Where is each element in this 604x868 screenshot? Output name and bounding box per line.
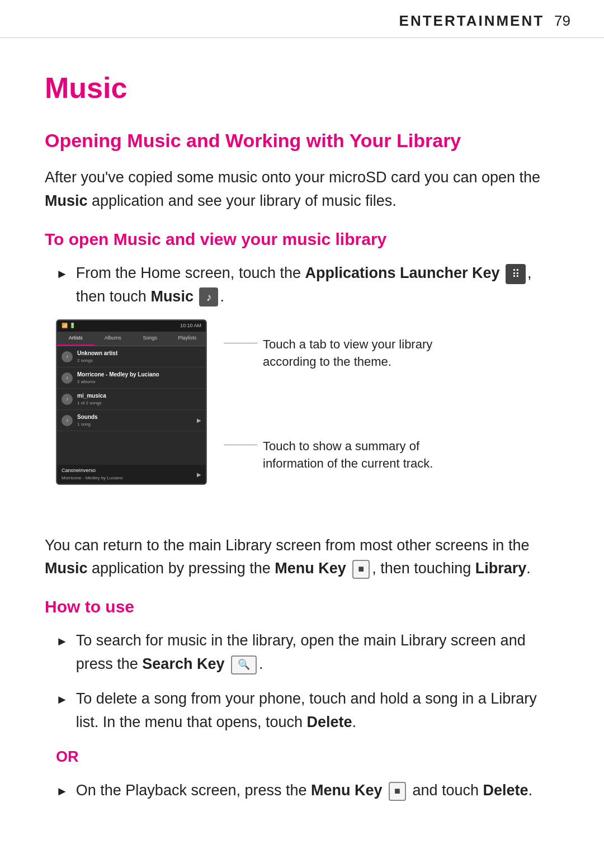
phone-screenshot-wrapper: 📶 🔋 10:10 AM Artists Albums Songs Playli… [56, 319, 559, 517]
bullet-arrow-delete-icon: ► [56, 690, 68, 709]
bold-menu-key-2: Menu Key [311, 782, 383, 799]
phone-list-sub-2: 2 albums [77, 379, 201, 385]
bullet-search: ► To search for music in the library, op… [45, 629, 559, 676]
phone-spacer [57, 431, 206, 465]
bold-apps-launcher: Applications Launcher Key [305, 265, 499, 281]
or-label: OR [56, 746, 559, 768]
phone-list-sub-4: 1 song [77, 421, 197, 428]
bold-library: Library [475, 560, 527, 577]
bold-music-2: Music [150, 288, 194, 305]
phone-tab-songs[interactable]: Songs [131, 332, 169, 346]
how-to-use-title: How to use [45, 594, 559, 619]
phone-status-bar: 📶 🔋 10:10 AM [57, 320, 206, 332]
phone-list-title-1: Unknown artist [77, 349, 201, 357]
page-header: Entertainment 79 [0, 0, 604, 38]
music-app-icon [199, 287, 218, 306]
bullet-arrow-search-icon: ► [56, 632, 68, 650]
bullet-arrow-icon: ► [56, 265, 68, 283]
header-title: Entertainment [399, 10, 545, 32]
bullet-item-1: ► From the Home screen, touch the Applic… [45, 262, 559, 309]
bullet-text-search: To search for music in the library, open… [76, 629, 559, 676]
phone-list-text-1: Unknown artist 2 songs [77, 349, 201, 364]
section-title: Music [45, 66, 559, 110]
bold-menu-key: Menu Key [275, 560, 346, 577]
body-text-2: You can return to the main Library scree… [45, 534, 559, 581]
search-key-icon: 🔍 [231, 655, 257, 674]
phone-list-icon-4: ♪ [62, 415, 73, 426]
annotation-text-bottom: Touch to show a summary of information o… [263, 438, 475, 473]
phone-tab-playlists[interactable]: Playlists [169, 332, 206, 346]
subsection-title: Opening Music and Working with Your Libr… [45, 126, 559, 155]
phone-list-item-2[interactable]: ♪ Morricone - Medley by Luciano 2 albums [57, 367, 206, 389]
phone-list-title-2: Morricone - Medley by Luciano [77, 370, 201, 379]
annotation-line-2 [224, 445, 257, 445]
bullet-delete: ► To delete a song from your phone, touc… [45, 687, 559, 734]
apps-key-icon [506, 264, 526, 284]
phone-bottom-track: CanoneInverso Morricone - Medley by Luci… [62, 467, 122, 482]
bold-delete-1: Delete [307, 714, 352, 730]
phone-tab-bar: Artists Albums Songs Playlists [57, 332, 206, 347]
phone-list-icon-1: ♪ [62, 351, 73, 362]
annotation-top: Touch a tab to view your library accordi… [224, 336, 475, 371]
bullet-text-delete: To delete a song from your phone, touch … [76, 687, 559, 734]
phone-list-arrow-4: ▶ [197, 416, 201, 424]
bold-music-3: Music [45, 560, 88, 577]
phone-list-text-4: Sounds 1 song [77, 413, 197, 428]
phone-tab-artists[interactable]: Artists [57, 332, 95, 346]
phone-bottom-bar: CanoneInverso Morricone - Medley by Luci… [57, 465, 206, 484]
phone-bottom-title: CanoneInverso [62, 467, 122, 475]
phone-list-text-3: mi_musica 1 of 2 songs [77, 391, 201, 407]
annotation-line-1 [224, 343, 257, 343]
bullet-playback: ► On the Playback screen, press the Menu… [45, 779, 559, 803]
phone-list-item-3[interactable]: ♪ mi_musica 1 of 2 songs [57, 389, 206, 410]
bullet-arrow-playback-icon: ► [56, 782, 68, 800]
phone-tab-albums[interactable]: Albums [95, 332, 132, 346]
phone-list-item-1[interactable]: ♪ Unknown artist 2 songs [57, 346, 206, 367]
annotations-column: Touch a tab to view your library accordi… [224, 319, 475, 517]
menu-key-icon: ■ [352, 560, 370, 579]
bold-search-key: Search Key [142, 655, 224, 672]
phone-screen: 📶 🔋 10:10 AM Artists Albums Songs Playli… [56, 319, 207, 485]
phone-list-icon-3: ♪ [62, 394, 73, 405]
annotation-bottom: Touch to show a summary of information o… [224, 438, 475, 473]
bullet-text-1: From the Home screen, touch the Applicat… [76, 262, 559, 309]
phone-status-icons: 📶 🔋 [62, 322, 76, 330]
phone-list-text-2: Morricone - Medley by Luciano 2 albums [77, 370, 201, 385]
phone-bottom-sub: Morricone - Medley by Luciano [62, 475, 122, 482]
phone-bottom-arrow: ▶ [197, 470, 201, 479]
body-intro: After you've copied some music onto your… [45, 166, 559, 213]
phone-list-sub-3: 1 of 2 songs [77, 400, 201, 407]
phone-list-icon-2: ♪ [62, 372, 73, 384]
menu-key-icon-2: ■ [389, 782, 406, 801]
bold-music: Music [45, 192, 88, 209]
bullet-text-playback: On the Playback screen, press the Menu K… [76, 779, 532, 803]
phone-list-title-4: Sounds [77, 413, 197, 421]
bold-delete-2: Delete [483, 782, 528, 799]
phone-list-sub-1: 2 songs [77, 357, 201, 364]
phone-status-time: 10:10 AM [180, 322, 201, 330]
annotation-text-top: Touch a tab to view your library accordi… [263, 336, 475, 371]
phone-list-item-4[interactable]: ♪ Sounds 1 song ▶ [57, 410, 206, 431]
page-content: Music Opening Music and Working with You… [0, 44, 604, 847]
page-number: 79 [554, 10, 570, 32]
phone-list-title-3: mi_musica [77, 391, 201, 400]
sub-subsection-title: To open Music and view your music librar… [45, 227, 559, 252]
